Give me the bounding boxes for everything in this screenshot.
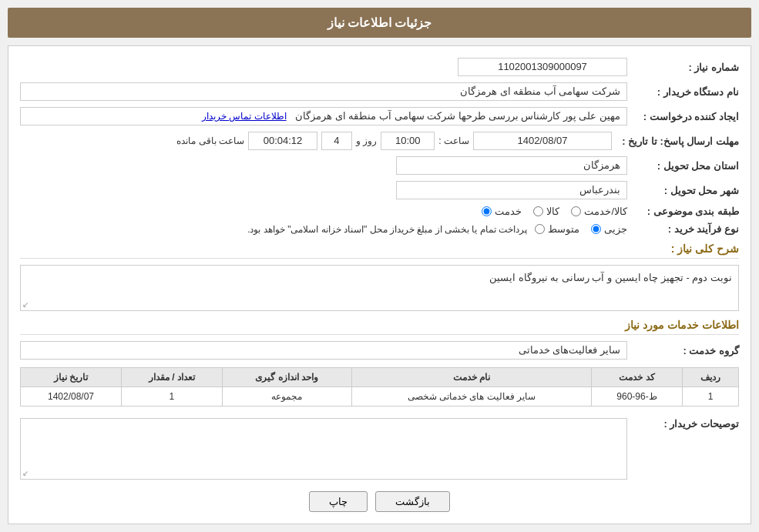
category-option-goods[interactable]: کالا [533,206,559,217]
purchase-medium-radio[interactable] [535,224,545,234]
description-arrow-icon: ↙ [22,300,29,309]
service-group-row: گروه خدمت : سایر فعالیت‌های خدماتی [20,341,739,360]
category-goods-label: کالا [546,206,559,217]
page-container: جزئیات اطلاعات نیاز شماره نیاز : 1102001… [0,0,759,532]
category-option-both[interactable]: کالا/خدمت [571,206,627,217]
service-group-label: گروه خدمت : [631,345,739,356]
cell-unit: مجموعه [222,387,351,407]
page-header: جزئیات اطلاعات نیاز [8,8,751,38]
buyer-org-value: شرکت سهامی آب منطقه ای هرمزگان [20,82,627,101]
services-table-section: ردیف کد خدمت نام خدمت واحد اندازه گیری ت… [20,367,739,407]
creator-text: مهین علی پور کارشناس بررسی طرحها شرکت سه… [295,110,620,122]
description-section-title: شرح کلی نیاز : [20,243,739,259]
cell-code: ط-96-960 [592,387,683,407]
province-label: استان محل تحویل : [631,160,739,172]
services-table: ردیف کد خدمت نام خدمت واحد اندازه گیری ت… [20,367,739,407]
col-header-code: کد خدمت [592,368,683,387]
request-number-row: شماره نیاز : 1102001309000097 [20,58,739,76]
main-content: شماره نیاز : 1102001309000097 نام دستگاه… [8,45,751,524]
request-number-label: شماره نیاز : [631,62,739,73]
col-header-row: ردیف [682,368,738,387]
buyer-notes-arrow-icon: ↙ [22,469,29,477]
purchase-medium-label: متوسط [548,223,579,235]
creator-row: ایجاد کننده درخواست : مهین علی پور کارشن… [20,107,739,125]
buyer-org-row: نام دستگاه خریدار : شرکت سهامی آب منطقه … [20,82,739,101]
purchase-type-row: نوع فرآیند خرید : متوسط جزیی پرداخت تمام… [20,223,739,235]
buyer-notes-label: توصیحات خریدار : [631,414,739,430]
print-button[interactable]: چاپ [309,491,368,512]
category-both-label: کالا/خدمت [584,206,627,217]
category-label: طبقه بندی موضوعی : [631,206,739,217]
cell-qty: 1 [121,387,222,407]
remaining-label: ساعت باقی مانده [176,136,244,146]
deadline-time-label: ساعت : [438,136,469,146]
purchase-type-label: نوع فرآیند خرید : [631,223,739,235]
deadline-date-value: 1402/08/07 [473,132,612,150]
col-header-name: نام خدمت [351,368,592,387]
category-option-service[interactable]: خدمت [482,206,522,217]
deadline-time-value: 10:00 [381,132,435,150]
deadline-label: مهلت ارسال پاسخ: تا تاریخ : [616,136,739,147]
purchase-type-small[interactable]: جزیی [591,223,627,235]
purchase-small-label: جزیی [604,223,627,235]
table-row: 1 ط-96-960 سایر فعالیت های خدماتی شخصی م… [21,387,739,407]
category-row: طبقه بندی موضوعی : خدمت کالا کالا/خدمت [20,206,739,217]
services-section: اطلاعات خدمات مورد نیاز گروه خدمت : سایر… [20,319,739,407]
deadline-days-value: 4 [321,132,352,150]
description-section: شرح کلی نیاز : نوبت دوم - تجهیز چاه ایسی… [20,243,739,311]
buttons-row: بازگشت چاپ [20,491,739,512]
purchase-type-medium[interactable]: متوسط [535,223,579,235]
city-row: شهر محل تحویل : بندرعباس [20,181,739,199]
services-section-title: اطلاعات خدمات مورد نیاز [20,319,739,335]
cell-row-number: 1 [682,387,738,407]
category-radio-group: خدمت کالا کالا/خدمت [482,206,627,217]
category-both-radio[interactable] [571,206,581,216]
cell-name: سایر فعالیت های خدماتی شخصی [351,387,592,407]
service-group-value: سایر فعالیت‌های خدماتی [20,341,627,360]
back-button[interactable]: بازگشت [375,491,450,512]
col-header-unit: واحد اندازه گیری [222,368,351,387]
creator-label: ایجاد کننده درخواست : [631,111,739,122]
buyer-notes-row: توصیحات خریدار : ↙ [20,414,739,480]
remaining-time-value: 00:04:12 [248,132,317,150]
category-goods-radio[interactable] [533,206,543,216]
city-value: بندرعباس [396,181,627,199]
city-label: شهر محل تحویل : [631,185,739,196]
description-text: نوبت دوم - تجهیز چاه ایسین و آب رسانی به… [489,272,732,283]
category-service-radio[interactable] [482,206,492,216]
buyer-notes-box: ↙ [20,418,627,480]
deadline-days-label: روز و [356,136,377,146]
page-title: جزئیات اطلاعات نیاز [327,16,432,29]
cell-date: 1402/08/07 [21,387,122,407]
province-value: هرمزگان [396,156,627,175]
buyer-org-label: نام دستگاه خریدار : [631,86,739,98]
province-row: استان محل تحویل : هرمزگان [20,156,739,175]
col-header-qty: تعداد / مقدار [121,368,222,387]
category-service-label: خدمت [495,206,522,217]
purchase-type-note: پرداخت تمام یا بخشی از مبلغ خریداز محل "… [247,224,527,235]
description-box: نوبت دوم - تجهیز چاه ایسین و آب رسانی به… [20,265,739,311]
deadline-row: مهلت ارسال پاسخ: تا تاریخ : 1402/08/07 س… [20,132,739,150]
purchase-small-radio[interactable] [591,224,601,234]
purchase-type-radio-group: متوسط جزیی [535,223,627,235]
creator-value: مهین علی پور کارشناس بررسی طرحها شرکت سه… [20,107,627,125]
col-header-date: تاریخ نیاز [21,368,122,387]
request-number-value: 1102001309000097 [458,58,627,76]
creator-link[interactable]: اطلاعات تماس خریدار [202,111,287,122]
